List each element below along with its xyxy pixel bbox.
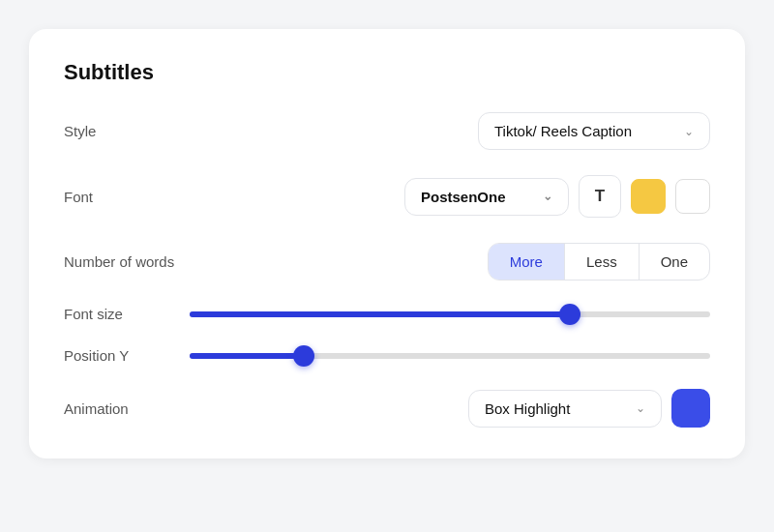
words-controls: More Less One: [190, 243, 710, 281]
animation-chevron-icon: ⌄: [636, 401, 645, 415]
style-dropdown-value: Tiktok/ Reels Caption: [494, 123, 632, 139]
style-row: Style Tiktok/ Reels Caption ⌄: [64, 112, 710, 150]
positiony-controls: [190, 353, 710, 359]
animation-dropdown[interactable]: Box Highlight ⌄: [468, 390, 662, 428]
t-icon: T: [595, 187, 605, 206]
positiony-row: Position Y: [64, 347, 710, 364]
subtitles-panel: Subtitles Style Tiktok/ Reels Caption ⌄ …: [29, 29, 745, 458]
font-row: Font PostsenOne ⌄ T: [64, 175, 710, 218]
panel-title: Subtitles: [64, 60, 710, 85]
fontsize-controls: [190, 311, 710, 317]
font-color-white-swatch[interactable]: [675, 179, 710, 214]
text-style-button[interactable]: T: [579, 175, 621, 218]
words-one-button[interactable]: One: [640, 244, 709, 280]
animation-label: Animation: [64, 400, 190, 417]
font-chevron-icon: ⌄: [543, 190, 552, 203]
animation-row: Animation Box Highlight ⌄: [64, 389, 710, 428]
style-label: Style: [64, 123, 190, 139]
positiony-slider-fill: [190, 353, 304, 359]
fontsize-row: Font size: [64, 306, 710, 322]
words-more-button[interactable]: More: [489, 244, 565, 280]
fontsize-slider-track[interactable]: [190, 311, 710, 317]
fontsize-slider-thumb[interactable]: [559, 304, 580, 325]
animation-dropdown-value: Box Highlight: [485, 400, 570, 417]
positiony-slider-thumb[interactable]: [293, 345, 314, 367]
positiony-label: Position Y: [64, 347, 190, 364]
style-controls: Tiktok/ Reels Caption ⌄: [190, 112, 710, 150]
font-controls: PostsenOne ⌄ T: [190, 175, 710, 218]
words-label: Number of words: [64, 253, 190, 270]
words-toggle-group: More Less One: [488, 243, 710, 281]
font-name-value: PostsenOne: [421, 189, 506, 205]
font-label: Font: [64, 189, 190, 205]
font-color-yellow-swatch[interactable]: [631, 179, 666, 214]
style-chevron-icon: ⌄: [684, 125, 694, 138]
animation-controls: Box Highlight ⌄: [190, 389, 710, 428]
positiony-slider-track[interactable]: [190, 353, 710, 359]
fontsize-label: Font size: [64, 306, 190, 322]
words-row: Number of words More Less One: [64, 243, 710, 281]
animation-color-swatch[interactable]: [671, 389, 710, 428]
words-less-button[interactable]: Less: [565, 244, 640, 280]
fontsize-slider-fill: [190, 311, 570, 317]
font-dropdown[interactable]: PostsenOne ⌄: [404, 178, 569, 216]
style-dropdown[interactable]: Tiktok/ Reels Caption ⌄: [478, 112, 710, 150]
